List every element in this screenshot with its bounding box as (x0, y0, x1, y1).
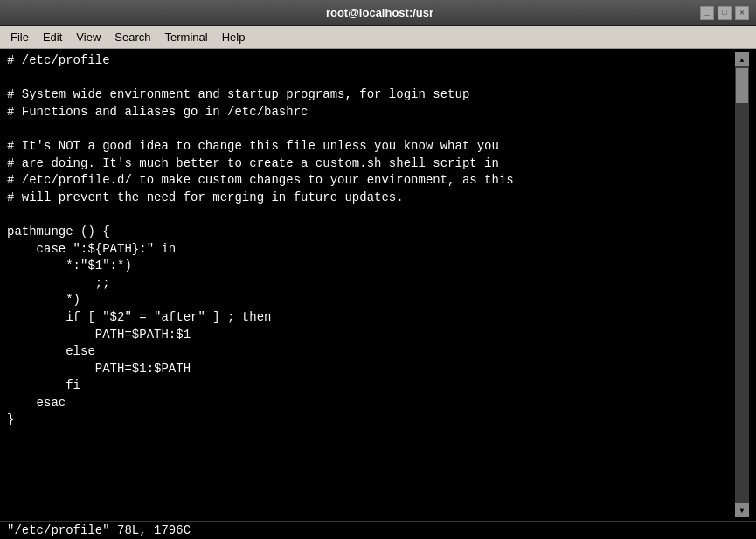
terminal-line: # will prevent the need for merging in f… (7, 190, 735, 207)
maximize-button[interactable]: □ (718, 6, 732, 20)
minimize-button[interactable]: _ (700, 6, 714, 20)
terminal-window: root@localhost:/usr _ □ ✕ File Edit View… (0, 0, 756, 539)
menu-view[interactable]: View (69, 26, 108, 48)
scroll-down-arrow[interactable]: ▼ (735, 503, 749, 517)
close-button[interactable]: ✕ (735, 6, 749, 20)
scroll-thumb[interactable] (736, 68, 748, 103)
terminal-line: PATH=$PATH:$1 (7, 327, 735, 344)
terminal-line: if [ "$2" = "after" ] ; then (7, 309, 735, 327)
terminal-line: esac (7, 395, 735, 412)
terminal-line (7, 206, 735, 224)
terminal-line: case ":${PATH}:" in (7, 241, 735, 259)
terminal-line: *) (7, 292, 735, 309)
scroll-track[interactable] (735, 66, 749, 503)
menu-edit[interactable]: Edit (36, 26, 69, 48)
terminal-line: # /etc/profile (7, 52, 735, 70)
window-controls: _ □ ✕ (700, 6, 749, 20)
terminal-content: # /etc/profile# System wide environment … (7, 52, 735, 517)
scroll-up-arrow[interactable]: ▲ (735, 52, 749, 66)
statusbar: "/etc/profile" 78L, 1796C (0, 521, 756, 539)
menubar: File Edit View Search Terminal Help (0, 26, 756, 49)
terminal-line: else (7, 343, 735, 361)
status-text: "/etc/profile" 78L, 1796C (7, 523, 191, 537)
terminal-line: # It's NOT a good idea to change this fi… (7, 138, 735, 155)
terminal-line: *:"$1":*) (7, 258, 735, 275)
menu-search[interactable]: Search (108, 26, 157, 48)
titlebar: root@localhost:/usr _ □ ✕ (0, 0, 756, 26)
terminal-line: ;; (7, 275, 735, 293)
menu-terminal[interactable]: Terminal (158, 26, 215, 48)
terminal-line: # Functions and aliases go in /etc/bashr… (7, 104, 735, 121)
menu-help[interactable]: Help (215, 26, 253, 48)
terminal-line: # /etc/profile.d/ to make custom changes… (7, 172, 735, 190)
terminal-line (7, 429, 735, 446)
menu-file[interactable]: File (3, 26, 36, 48)
terminal-line: # are doing. It's much better to create … (7, 155, 735, 173)
terminal-line (7, 70, 735, 87)
terminal-line (7, 121, 735, 138)
terminal-line: fi (7, 377, 735, 395)
terminal-area[interactable]: # /etc/profile# System wide environment … (0, 49, 756, 521)
window-title: root@localhost:/usr (59, 6, 700, 19)
terminal-line: # System wide environment and startup pr… (7, 86, 735, 104)
scrollbar[interactable]: ▲ ▼ (735, 52, 749, 517)
terminal-line: } (7, 411, 735, 429)
terminal-line: PATH=$1:$PATH (7, 361, 735, 378)
terminal-line: pathmunge () { (7, 224, 735, 241)
